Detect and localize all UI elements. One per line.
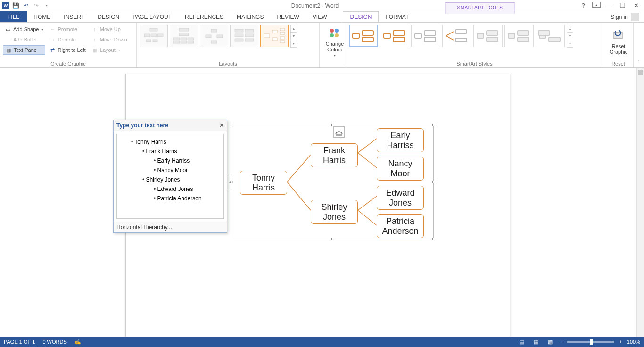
layout-option[interactable]	[140, 25, 168, 47]
resize-handle[interactable]	[432, 181, 435, 183]
move-down-icon: ↓	[91, 36, 98, 43]
scroll-up-icon[interactable]: ▴	[290, 25, 297, 33]
style-option[interactable]	[536, 25, 565, 47]
layouts-gallery[interactable]: ▴▾▾	[140, 25, 316, 47]
style-option[interactable]	[380, 25, 409, 47]
tab-smartart-format[interactable]: FORMAT	[379, 11, 415, 22]
print-layout-icon[interactable]: ▦	[531, 338, 541, 346]
save-icon[interactable]: 💾	[11, 1, 20, 10]
svg-rect-20	[235, 34, 243, 37]
promote-label: Promote	[58, 26, 77, 32]
change-colors-button[interactable]: Change Colors ▾	[322, 25, 347, 59]
resize-handle[interactable]	[231, 124, 233, 126]
page-indicator[interactable]: PAGE 1 OF 1	[4, 339, 35, 345]
tab-mailings[interactable]: MAILINGS	[230, 11, 270, 22]
rtl-button[interactable]: ⇄Right to Left	[47, 45, 87, 55]
text-pane-body[interactable]: Tonny HarrisFrank HarrisEarly HarrissNan…	[116, 134, 224, 219]
tab-review[interactable]: REVIEW	[270, 11, 305, 22]
svg-line-62	[358, 196, 377, 210]
scroll-down-icon[interactable]: ▾	[290, 32, 297, 40]
tab-view[interactable]: VIEW	[306, 11, 334, 22]
tab-home[interactable]: HOME	[27, 11, 57, 22]
text-pane-item[interactable]: Nancy Moor	[119, 165, 222, 175]
text-pane-button[interactable]: ▥Text Pane	[3, 45, 45, 55]
text-pane-item[interactable]: Early Harriss	[119, 156, 222, 165]
tab-smartart-design[interactable]: DESIGN	[343, 11, 379, 22]
tab-references[interactable]: REFERENCES	[178, 11, 230, 22]
reset-graphic-button[interactable]: Reset Graphic	[606, 25, 631, 59]
tab-page-layout[interactable]: PAGE LAYOUT	[126, 11, 178, 22]
minimize-icon[interactable]: —	[605, 2, 614, 9]
word-count[interactable]: 0 WORDS	[42, 339, 66, 345]
gallery-scroll[interactable]: ▴▾▾	[567, 25, 573, 47]
zoom-level[interactable]: 100%	[627, 339, 640, 345]
scrollbar-thumb[interactable]	[638, 70, 643, 75]
tab-insert[interactable]: INSERT	[57, 11, 91, 22]
group-change-colors: Change Colors ▾	[320, 23, 346, 67]
smartart-node[interactable]: Edward Jones	[377, 186, 424, 210]
sign-in-label: Sign in	[611, 14, 628, 20]
text-pane-layout-name[interactable]: Horizontal Hierarchy...	[114, 222, 227, 232]
styles-gallery[interactable]: ▴▾▾	[349, 25, 600, 47]
resize-handle[interactable]	[331, 238, 334, 240]
text-pane-toggle-tab[interactable]: ◄I	[228, 175, 232, 189]
smartart-node[interactable]: Shirley Jones	[311, 200, 358, 224]
resize-handle[interactable]	[432, 124, 435, 126]
scroll-up-icon[interactable]: ▴	[567, 25, 573, 33]
scroll-down-icon[interactable]: ▾	[567, 32, 573, 40]
group-label: SmartArt Styles	[349, 60, 600, 66]
web-layout-icon[interactable]: ▩	[545, 338, 555, 346]
close-icon[interactable]: ✕	[632, 2, 640, 9]
layout-option-selected[interactable]	[260, 25, 289, 47]
tab-design[interactable]: DESIGN	[91, 11, 126, 22]
close-icon[interactable]: ✕	[219, 122, 224, 129]
rtl-label: Right to Left	[58, 47, 85, 53]
tab-file[interactable]: FILE	[0, 11, 27, 22]
add-shape-button[interactable]: ▭Add Shape▾	[3, 25, 45, 34]
smartart-node[interactable]: Early Harriss	[377, 128, 424, 152]
text-pane-item[interactable]: Shirley Jones	[119, 175, 222, 184]
style-option[interactable]	[442, 25, 471, 47]
style-option-selected[interactable]	[349, 25, 378, 47]
layout-option[interactable]	[170, 25, 198, 47]
gallery-more-icon[interactable]: ▾	[567, 40, 573, 48]
text-pane-item[interactable]: Frank Harris	[119, 147, 222, 156]
redo-icon[interactable]: ↷	[32, 1, 41, 10]
resize-handle[interactable]	[231, 238, 233, 240]
zoom-in-icon[interactable]: +	[619, 339, 622, 345]
layout-option[interactable]	[230, 25, 258, 47]
style-option[interactable]	[473, 25, 503, 47]
smartart-text-pane[interactable]: Type your text here ✕ Tonny HarrisFrank …	[113, 120, 227, 233]
ribbon-display-icon[interactable]: ▴	[592, 2, 601, 8]
smartart-node[interactable]: Nancy Moor	[377, 157, 424, 181]
rtl-icon: ⇄	[49, 47, 56, 53]
style-option[interactable]	[411, 25, 440, 47]
smartart-node[interactable]: Frank Harris	[311, 143, 358, 167]
sign-in[interactable]: Sign in	[606, 11, 644, 22]
text-pane-item[interactable]: Edward Jones	[119, 184, 222, 194]
proofing-icon[interactable]: ✍	[74, 339, 81, 345]
resize-handle[interactable]	[432, 238, 435, 240]
smartart-node-root[interactable]: Tonny Harris	[240, 171, 287, 195]
zoom-slider[interactable]	[567, 341, 614, 343]
text-pane-item[interactable]: Tonny Harris	[119, 137, 222, 147]
qat-customize-icon[interactable]: ▾	[42, 1, 51, 10]
text-pane-item[interactable]: Patricia Anderson	[119, 194, 222, 203]
text-pane-header[interactable]: Type your text here ✕	[114, 120, 227, 131]
gallery-scroll[interactable]: ▴▾▾	[290, 25, 297, 47]
layout-option[interactable]	[200, 25, 228, 47]
collapse-ribbon-icon[interactable]: ˆ	[634, 23, 644, 67]
smartart-object[interactable]: ◄I Tonny Harris Frank Harris Shirley Jon…	[232, 125, 434, 239]
vertical-scrollbar[interactable]: ▾	[636, 68, 644, 342]
zoom-out-icon[interactable]: −	[560, 339, 562, 345]
undo-icon[interactable]: ↶	[22, 1, 30, 10]
gallery-more-icon[interactable]: ▾	[290, 40, 297, 48]
help-icon[interactable]: ?	[579, 2, 587, 9]
layout-options-button[interactable]	[333, 126, 345, 138]
read-mode-icon[interactable]: ▤	[517, 338, 527, 346]
style-option[interactable]	[504, 25, 534, 47]
svg-line-63	[358, 210, 377, 225]
smartart-node[interactable]: Patricia Anderson	[377, 214, 424, 238]
zoom-slider-knob[interactable]	[590, 339, 593, 345]
restore-icon[interactable]: ❐	[619, 2, 627, 9]
